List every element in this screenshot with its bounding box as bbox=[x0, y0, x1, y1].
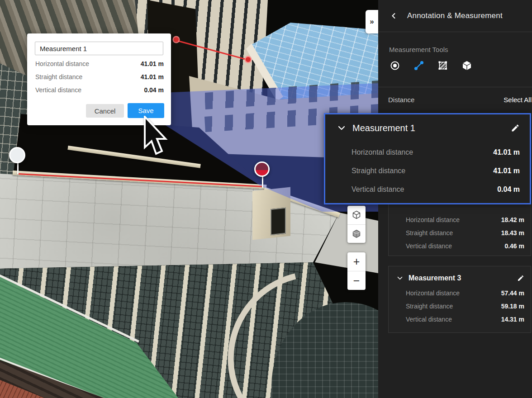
plus-icon: + bbox=[353, 256, 360, 267]
measurement-vertex-dot[interactable] bbox=[246, 57, 251, 62]
popup-measurement-rows: Horizontal distance 41.01 m Straight dis… bbox=[35, 60, 164, 99]
panel-title: Annotation & Measurement bbox=[407, 11, 503, 20]
row-label: Horizontal distance bbox=[406, 289, 460, 297]
chevron-down-icon bbox=[336, 123, 347, 133]
cube-shaded-icon bbox=[352, 229, 361, 238]
rooftop-door bbox=[271, 208, 286, 236]
measurement-vertex-dot[interactable] bbox=[174, 37, 179, 42]
measurement-pin-start[interactable] bbox=[9, 147, 25, 163]
pencil-icon bbox=[511, 123, 520, 133]
card-rows: Horizontal distance 57.44 m Straight dis… bbox=[406, 289, 524, 323]
measurement-row: Horizontal distance 18.42 m bbox=[406, 216, 524, 223]
volume-tool-button[interactable] bbox=[461, 60, 473, 71]
chevron-left-icon bbox=[393, 14, 395, 18]
double-chevron-right-icon: » bbox=[370, 17, 374, 26]
row-label: Horizontal distance bbox=[352, 148, 413, 156]
card-rows: Horizontal distance 41.01 m Straight dis… bbox=[352, 148, 520, 194]
panel-expand-button[interactable]: » bbox=[366, 10, 378, 33]
measurement-row: Vertical distance 0.46 m bbox=[406, 242, 524, 250]
distance-section-header: Distance Select All bbox=[378, 87, 532, 112]
measurement-row: Vertical distance 0.04 m bbox=[35, 86, 164, 94]
row-value: 57.44 m bbox=[501, 289, 524, 297]
row-value: 18.43 m bbox=[501, 229, 524, 237]
row-value: 41.01 m bbox=[493, 148, 520, 156]
chevron-down-icon bbox=[396, 274, 404, 282]
row-value: 59.18 m bbox=[501, 303, 524, 310]
mouse-cursor bbox=[143, 116, 169, 157]
row-value: 0.04 m bbox=[144, 86, 164, 94]
point-tool-button[interactable] bbox=[389, 60, 401, 71]
zoom-in-button[interactable]: + bbox=[347, 252, 366, 271]
distance-tool-button[interactable] bbox=[413, 60, 425, 71]
minus-icon: − bbox=[353, 275, 360, 286]
row-label: Vertical distance bbox=[406, 242, 452, 250]
row-value: 14.31 m bbox=[501, 316, 524, 323]
cube-view-button[interactable] bbox=[347, 206, 366, 224]
measurement-tools-section: Measurement Tools bbox=[378, 32, 532, 87]
measurement-pin-end[interactable] bbox=[254, 161, 270, 177]
tools-row bbox=[389, 60, 532, 71]
row-value: 0.46 m bbox=[504, 242, 524, 250]
tools-section-label: Measurement Tools bbox=[389, 46, 532, 53]
row-label: Straight distance bbox=[35, 73, 82, 81]
card-header: Measurement 1 bbox=[336, 122, 520, 134]
row-value: 41.01 m bbox=[493, 167, 520, 175]
row-label: Vertical distance bbox=[352, 185, 404, 194]
view-mode-buttons bbox=[347, 206, 366, 243]
select-all-button[interactable]: Select All bbox=[504, 96, 532, 104]
row-value: 0.04 m bbox=[497, 185, 520, 194]
edit-button[interactable] bbox=[511, 123, 520, 133]
row-label: Straight distance bbox=[406, 303, 453, 310]
collapse-toggle[interactable] bbox=[396, 274, 404, 282]
panel-header: Annotation & Measurement bbox=[378, 0, 532, 32]
app-window: + − » Horizontal distance 41.01 m Straig… bbox=[0, 0, 532, 398]
back-button[interactable] bbox=[389, 11, 398, 20]
measurement-edit-popup: Horizontal distance 41.01 m Straight dis… bbox=[27, 33, 171, 125]
measurement-row: Vertical distance 14.31 m bbox=[406, 316, 524, 323]
row-value: 18.42 m bbox=[501, 216, 524, 223]
pin-stem bbox=[17, 163, 19, 174]
row-value: 41.01 m bbox=[141, 73, 164, 81]
row-value: 41.01 m bbox=[141, 60, 164, 67]
zoom-controls: + − bbox=[347, 252, 366, 290]
row-label: Straight distance bbox=[352, 167, 405, 175]
measurement-row: Straight distance 41.01 m bbox=[352, 166, 520, 175]
distance-section-label: Distance bbox=[388, 96, 414, 104]
cube-outline-icon bbox=[352, 210, 361, 219]
measurement-card-selected[interactable]: Measurement 1 Horizontal distance 41.01 … bbox=[324, 113, 531, 204]
point-tool-icon bbox=[390, 60, 400, 71]
measurement-name: Measurement 1 bbox=[352, 123, 415, 133]
pencil-icon bbox=[517, 275, 524, 282]
row-label: Horizontal distance bbox=[35, 60, 89, 67]
measurement-row: Straight distance 59.18 m bbox=[406, 303, 524, 310]
collapse-toggle[interactable] bbox=[336, 123, 347, 133]
row-label: Horizontal distance bbox=[406, 216, 460, 223]
measurement-name-input[interactable] bbox=[35, 42, 163, 55]
zoom-out-button[interactable]: − bbox=[347, 271, 366, 290]
measurement-row: Horizontal distance 57.44 m bbox=[406, 289, 524, 297]
cube-shaded-view-button[interactable] bbox=[347, 224, 366, 243]
measurement-name: Measurement 3 bbox=[408, 274, 461, 282]
measurement-row: Vertical distance 0.04 m bbox=[352, 185, 520, 194]
pin-stem bbox=[262, 176, 263, 188]
area-tool-button[interactable] bbox=[437, 60, 449, 71]
measurement-row: Straight distance 41.01 m bbox=[35, 73, 164, 81]
measurement-row: Horizontal distance 41.01 m bbox=[352, 148, 520, 157]
area-tool-icon bbox=[437, 60, 448, 71]
measurement-row: Horizontal distance 41.01 m bbox=[35, 60, 164, 68]
measurement-card[interactable]: Measurement 3 Horizontal distance 57.44 … bbox=[388, 266, 531, 333]
edit-button[interactable] bbox=[517, 275, 524, 282]
measurement-row: Straight distance 18.43 m bbox=[406, 229, 524, 237]
distance-tool-icon bbox=[413, 60, 424, 71]
card-header: Measurement 3 bbox=[396, 273, 524, 283]
volume-tool-icon bbox=[461, 60, 472, 71]
cancel-button[interactable]: Cancel bbox=[86, 104, 124, 118]
row-label: Vertical distance bbox=[35, 86, 81, 94]
row-label: Vertical distance bbox=[406, 316, 452, 323]
row-label: Straight distance bbox=[406, 229, 453, 237]
